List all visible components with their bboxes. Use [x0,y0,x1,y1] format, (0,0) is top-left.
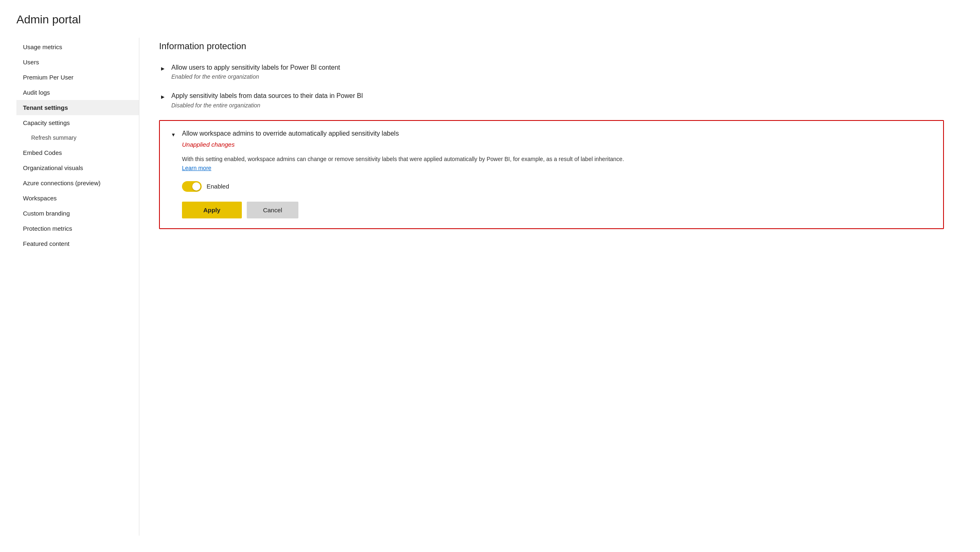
sidebar-item-custom-branding[interactable]: Custom branding [16,206,139,221]
enabled-toggle[interactable] [182,181,202,192]
setting-title-sensitivity-sources: Apply sensitivity labels from data sourc… [171,91,944,100]
setting-info-sensitivity-sources: Apply sensitivity labels from data sourc… [171,91,944,108]
sidebar-item-protection-metrics[interactable]: Protection metrics [16,221,139,236]
expanded-panel-override-labels: ▼ Allow workspace admins to override aut… [159,120,944,229]
unapplied-changes-label: Unapplied changes [182,141,933,148]
cancel-button[interactable]: Cancel [247,202,299,218]
toggle-row: Enabled [182,181,933,192]
chevron-collapse-override-labels[interactable]: ▼ [170,130,177,139]
sidebar: Usage metrics Users Premium Per User Aud… [16,38,139,536]
sidebar-item-audit-logs[interactable]: Audit logs [16,85,139,100]
sidebar-item-embed-codes[interactable]: Embed Codes [16,145,139,160]
setting-info-sensitivity-labels: Allow users to apply sensitivity labels … [171,63,944,80]
sidebar-item-organizational-visuals[interactable]: Organizational visuals [16,160,139,175]
action-buttons: Apply Cancel [182,202,933,218]
sidebar-item-tenant-settings[interactable]: Tenant settings [16,100,139,115]
sidebar-item-capacity-settings[interactable]: Capacity settings [16,115,139,130]
setting-status-sensitivity-sources: Disabled for the entire organization [171,102,944,109]
setting-status-sensitivity-labels: Enabled for the entire organization [171,73,944,80]
apply-button[interactable]: Apply [182,202,242,218]
setting-title-sensitivity-labels: Allow users to apply sensitivity labels … [171,63,944,72]
sidebar-item-featured-content[interactable]: Featured content [16,236,139,251]
section-title: Information protection [159,41,944,52]
main-layout: Usage metrics Users Premium Per User Aud… [16,38,964,536]
setting-row-allow-sensitivity-labels: Allow users to apply sensitivity labels … [159,63,944,80]
setting-title-override-labels: Allow workspace admins to override autom… [182,129,399,138]
sidebar-item-usage-metrics[interactable]: Usage metrics [16,39,139,55]
sidebar-item-premium-per-user[interactable]: Premium Per User [16,70,139,85]
setting-row-apply-sensitivity-sources: Apply sensitivity labels from data sourc… [159,91,944,108]
expanded-header: ▼ Allow workspace admins to override aut… [170,129,933,139]
sidebar-item-refresh-summary[interactable]: Refresh summary [16,130,139,145]
page-wrapper: Admin portal Usage metrics Users Premium… [0,0,980,552]
toggle-thumb [192,182,200,191]
content-area: Information protection Allow users to ap… [139,38,964,536]
chevron-expand-sensitivity-labels[interactable] [159,64,166,73]
learn-more-link[interactable]: Learn more [182,165,211,171]
page-title: Admin portal [16,13,964,26]
toggle-label: Enabled [207,183,229,190]
sidebar-item-users[interactable]: Users [16,55,139,70]
setting-description-override-labels: With this setting enabled, workspace adm… [182,154,933,173]
sidebar-item-workspaces[interactable]: Workspaces [16,191,139,206]
chevron-expand-sensitivity-sources[interactable] [159,92,166,101]
sidebar-item-azure-connections[interactable]: Azure connections (preview) [16,175,139,191]
